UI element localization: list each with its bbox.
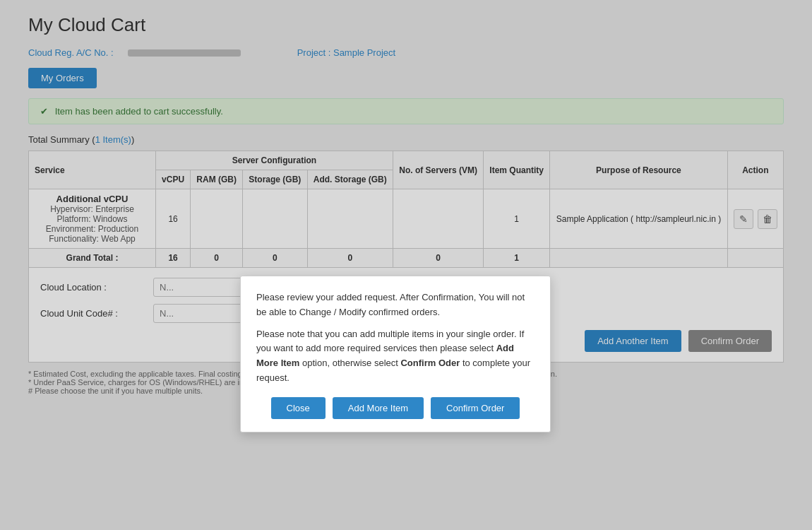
modal-text-2: Please note that you can add multiple it… <box>256 327 535 386</box>
modal-popup: Please review your added request. After … <box>240 276 551 432</box>
modal-add-more-button[interactable]: Add More Item <box>333 397 424 419</box>
modal-close-button[interactable]: Close <box>271 397 326 419</box>
modal-text-2-prefix: Please note that you can add multiple it… <box>256 329 524 354</box>
modal-text-2-mid: option, otherwise select <box>299 358 400 368</box>
modal-buttons: Close Add More Item Confirm Order <box>256 397 535 419</box>
modal-text-1: Please review your added request. After … <box>256 290 535 320</box>
modal-overlay: Please review your added request. After … <box>0 0 812 530</box>
modal-confirm-button[interactable]: Confirm Order <box>431 397 520 419</box>
modal-confirm-bold: Confirm Oder <box>400 358 460 368</box>
page-wrapper: My Cloud Cart Cloud Reg. A/C No. : Proje… <box>0 0 812 530</box>
